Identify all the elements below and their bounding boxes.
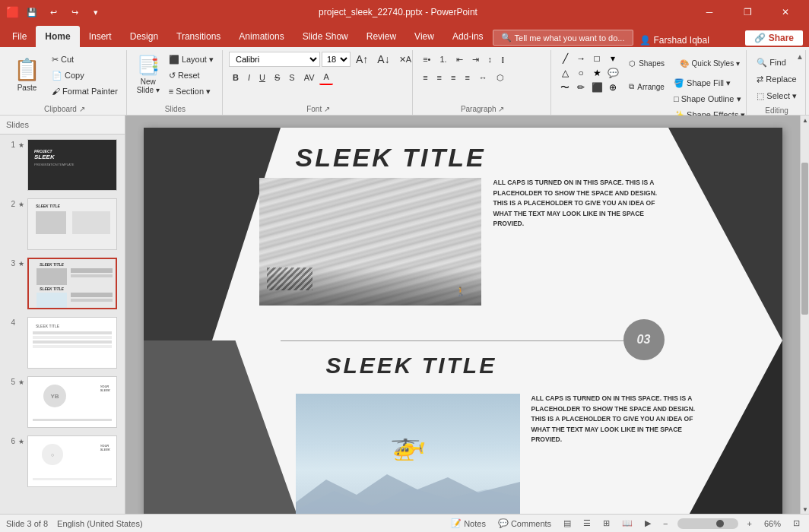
user-name[interactable]: 👤 Farshad Iqbal [639, 35, 709, 46]
slide-thumb-5[interactable]: 5 ★ YB YOURSLEEK [3, 375, 122, 429]
tab-design[interactable]: Design [121, 26, 167, 47]
cut-button[interactable]: ✂ Cut [48, 52, 122, 67]
slide-thumb-4[interactable]: 4 ★ SLEEK TITLE [3, 315, 122, 370]
arrange-button[interactable]: ⧉ Arrange [625, 75, 668, 98]
columns-button[interactable]: ⫿ [497, 52, 509, 67]
slide-thumb-6[interactable]: 6 ★ ○ YOURSLEEK [3, 434, 122, 489]
format-painter-button[interactable]: 🖌 Format Painter [48, 84, 122, 99]
shape-block[interactable]: ⬛ [589, 81, 604, 94]
tab-addins[interactable]: Add-ins [443, 26, 493, 47]
shape-callout[interactable]: 💬 [605, 66, 620, 80]
scroll-track[interactable] [801, 125, 809, 505]
bottom-image[interactable]: 🚁 [296, 394, 520, 514]
shape-line[interactable]: ╱ [557, 52, 573, 65]
shape-outline-button[interactable]: □ Shape Outline ▾ [670, 91, 749, 106]
zoom-in-button[interactable]: + [744, 518, 755, 529]
shadow-button[interactable]: S [285, 70, 298, 85]
vertical-scrollbar[interactable]: ▲ ▼ [800, 116, 809, 514]
copy-button[interactable]: 📄 Copy [48, 68, 122, 83]
align-right-button[interactable]: ≡ [447, 70, 459, 85]
paste-button[interactable]: 📋 Paste [8, 52, 46, 97]
slide-sorter-button[interactable]: ⊞ [600, 518, 613, 529]
slide-thumb-3[interactable]: 3 ★ SLEEK TITLE SLEEK TITLE [3, 256, 122, 311]
font-family-select[interactable]: Calibri [229, 52, 320, 67]
indent-increase-button[interactable]: ⇥ [468, 52, 483, 67]
font-shrink-button[interactable]: A↓ [373, 52, 393, 67]
smart-art-button[interactable]: ⬡ [493, 70, 508, 85]
shape-freeform[interactable]: ✏ [573, 81, 589, 94]
undo-button[interactable]: ↩ [45, 4, 62, 21]
slide-thumb-2[interactable]: 2 ★ SLEEK TITLE [3, 197, 122, 252]
comments-button[interactable]: 💬 Comments [495, 518, 554, 529]
font-grow-button[interactable]: A↑ [352, 52, 372, 67]
shape-rect[interactable]: □ [589, 52, 604, 65]
slide-preview-1: PROJECT SLEEK PRESENTATION TEMPLATE [27, 139, 117, 191]
align-center-button[interactable]: ≡ [433, 70, 446, 85]
numbering-button[interactable]: 1. [436, 52, 450, 67]
shapes-button[interactable]: ⬡ Shapes [625, 52, 668, 74]
tab-animations[interactable]: Animations [230, 26, 293, 47]
slide-thumb-1[interactable]: 1 ★ PROJECT SLEEK PRESENTATION TEMPLATE [3, 138, 122, 192]
zoom-out-button[interactable]: − [660, 518, 671, 529]
reset-button[interactable]: ↺ Reset [165, 68, 217, 83]
top-image[interactable]: 🚶 [259, 178, 481, 306]
restore-button[interactable]: ❐ [730, 0, 765, 24]
shape-fill-button[interactable]: 🪣 Shape Fill ▾ [670, 75, 749, 90]
close-button[interactable]: ✕ [768, 0, 803, 24]
tab-review[interactable]: Review [357, 26, 405, 47]
shape-tri[interactable]: △ [557, 66, 573, 80]
font-size-select[interactable]: 18 [322, 52, 351, 67]
ribbon-collapse-button[interactable]: ▲ [794, 50, 806, 62]
shape-other[interactable]: ⊕ [605, 81, 620, 94]
strikethrough-button[interactable]: S [271, 70, 284, 85]
scroll-up-button[interactable]: ▲ [801, 116, 809, 125]
underline-button[interactable]: U [255, 70, 269, 85]
zoom-level[interactable]: 66% [761, 518, 784, 529]
minimize-button[interactable]: ─ [692, 0, 727, 24]
quick-styles-button[interactable]: 🎨 Quick Styles ▾ [670, 52, 749, 74]
replace-button[interactable]: ⇄ Replace [753, 71, 800, 87]
outline-view-button[interactable]: ☰ [580, 518, 594, 529]
zoom-slider[interactable] [677, 518, 738, 529]
shape-curve[interactable]: 〜 [557, 81, 573, 94]
new-slide-button[interactable]: 📑 NewSlide ▾ [133, 52, 163, 97]
indent-decrease-button[interactable]: ⇤ [452, 52, 467, 67]
select-button[interactable]: ⬚ Select ▾ [753, 88, 801, 103]
scroll-down-button[interactable]: ▼ [801, 505, 809, 514]
shape-circle[interactable]: ○ [573, 66, 589, 80]
slideshow-button[interactable]: ▶ [642, 518, 654, 529]
notes-button[interactable]: 📝 Notes [448, 518, 489, 529]
tab-file[interactable]: File [3, 26, 36, 47]
customize-qat-button[interactable]: ▾ [87, 4, 104, 21]
bullets-button[interactable]: ≡• [419, 52, 434, 67]
line-spacing-button[interactable]: ↕ [484, 52, 497, 67]
slide-content-4: SLEEK TITLE [28, 318, 116, 368]
redo-button[interactable]: ↪ [66, 4, 83, 21]
tab-insert[interactable]: Insert [80, 26, 121, 47]
text-direction-button[interactable]: ↔ [475, 70, 491, 85]
bold-button[interactable]: B [229, 70, 243, 85]
italic-button[interactable]: I [244, 70, 254, 85]
normal-view-button[interactable]: ▤ [560, 518, 574, 529]
justify-button[interactable]: ≡ [461, 70, 473, 85]
shape-star[interactable]: ★ [589, 66, 604, 80]
layout-button[interactable]: ⬛ Layout ▾ [165, 52, 217, 67]
tab-slideshow[interactable]: Slide Show [293, 26, 357, 47]
fit-to-window-button[interactable]: ⊡ [790, 518, 803, 529]
find-button[interactable]: 🔍 Find [753, 55, 789, 70]
share-button[interactable]: 🔗 Share [745, 30, 803, 46]
reading-view-button[interactable]: 📖 [619, 518, 636, 529]
font-color-button[interactable]: A [319, 70, 332, 85]
tab-home[interactable]: Home [36, 26, 79, 47]
shape-more[interactable]: ▾ [605, 52, 620, 65]
scroll-thumb[interactable] [801, 163, 808, 315]
section-button[interactable]: ≡ Section ▾ [165, 84, 217, 99]
shape-arrow[interactable]: → [573, 52, 589, 65]
tell-me-input[interactable]: 🔍 Tell me what you want to do... [493, 30, 633, 46]
tab-transitions[interactable]: Transitions [167, 26, 230, 47]
clear-format-button[interactable]: ✕A [395, 52, 415, 67]
char-spacing-button[interactable]: AV [300, 70, 319, 85]
align-left-button[interactable]: ≡ [419, 70, 431, 85]
save-button[interactable]: 💾 [24, 4, 40, 21]
tab-view[interactable]: View [405, 26, 443, 47]
